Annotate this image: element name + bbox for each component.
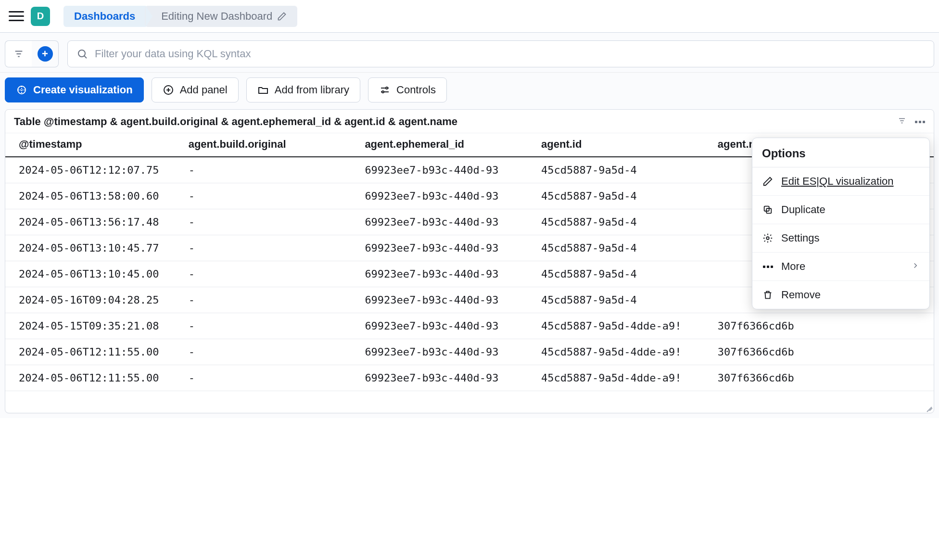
table-cell: - — [182, 261, 358, 287]
popover-settings-label: Settings — [781, 232, 920, 244]
folder-icon — [257, 84, 269, 96]
add-from-library-button[interactable]: Add from library — [246, 77, 360, 102]
filter-row: + — [0, 33, 939, 73]
add-panel-label: Add panel — [180, 84, 228, 96]
toolbar: Create visualization Add panel Add from … — [0, 73, 939, 109]
kql-search-input[interactable] — [95, 48, 925, 60]
hamburger-menu-icon[interactable] — [9, 9, 24, 24]
panel-options-icon[interactable] — [915, 121, 925, 123]
popover-item-duplicate[interactable]: Duplicate — [752, 196, 929, 224]
panel-area: Table @timestamp & agent.build.original … — [0, 109, 939, 418]
plus-circle-icon — [163, 84, 174, 96]
table-cell: 69923ee7-b93c-440d-93 — [358, 313, 534, 339]
svg-point-3 — [386, 87, 388, 89]
table-cell: 2024-05-06T13:10:45.00 — [5, 261, 182, 287]
svg-point-4 — [382, 91, 384, 93]
resize-handle-icon[interactable] — [925, 404, 932, 411]
table-cell: - — [182, 157, 358, 183]
svg-point-0 — [78, 50, 85, 57]
table-cell: 69923ee7-b93c-440d-93 — [358, 365, 534, 391]
table-cell: 307f6366cd6b — [711, 313, 934, 339]
pencil-icon[interactable] — [277, 12, 287, 21]
table-cell: 2024-05-06T12:12:07.75 — [5, 157, 182, 183]
col-header-timestamp[interactable]: @timestamp — [5, 133, 182, 157]
table-row[interactable]: 2024-05-06T12:11:55.00-69923ee7-b93c-440… — [5, 365, 934, 391]
table-cell: 45cd5887-9a5d-4dde-a9! — [534, 313, 711, 339]
table-cell: 69923ee7-b93c-440d-93 — [358, 261, 534, 287]
table-cell: 45cd5887-9a5d-4 — [534, 209, 711, 235]
table-cell: 45cd5887-9a5d-4dde-a9! — [534, 339, 711, 365]
table-cell: 45cd5887-9a5d-4dde-a9! — [534, 365, 711, 391]
table-cell: 45cd5887-9a5d-4 — [534, 261, 711, 287]
table-cell: 45cd5887-9a5d-4 — [534, 157, 711, 183]
popover-more-label: More — [781, 260, 903, 273]
table-cell: 69923ee7-b93c-440d-93 — [358, 287, 534, 313]
add-from-library-label: Add from library — [275, 84, 349, 96]
table-cell: 307f6366cd6b — [711, 339, 934, 365]
panel-actions — [898, 116, 925, 127]
plus-icon: + — [38, 46, 53, 62]
table-cell: - — [182, 287, 358, 313]
table-cell: 45cd5887-9a5d-4 — [534, 183, 711, 209]
popover-item-remove[interactable]: Remove — [752, 281, 929, 309]
table-cell: 2024-05-06T13:58:00.60 — [5, 183, 182, 209]
popover-item-more[interactable]: More — [752, 253, 929, 281]
table-cell: 45cd5887-9a5d-4 — [534, 287, 711, 313]
table-cell: 307f6366cd6b — [711, 365, 934, 391]
table-cell: 45cd5887-9a5d-4 — [534, 235, 711, 261]
table-cell: 2024-05-06T12:11:55.00 — [5, 339, 182, 365]
gear-icon — [762, 233, 774, 243]
table-cell: - — [182, 235, 358, 261]
col-header-build[interactable]: agent.build.original — [182, 133, 358, 157]
avatar[interactable]: D — [31, 7, 50, 26]
search-wrapper — [67, 40, 934, 67]
create-visualization-button[interactable]: Create visualization — [5, 77, 144, 102]
breadcrumb-current: Editing New Dashboard — [145, 6, 297, 27]
table-row[interactable]: 2024-05-06T12:11:55.00-69923ee7-b93c-440… — [5, 339, 934, 365]
table-cell: 2024-05-16T09:04:28.25 — [5, 287, 182, 313]
popover-remove-label: Remove — [781, 289, 920, 301]
col-header-agentid[interactable]: agent.id — [534, 133, 711, 157]
controls-button[interactable]: Controls — [368, 77, 447, 102]
create-visualization-label: Create visualization — [33, 84, 133, 96]
sliders-icon — [379, 84, 391, 96]
add-panel-button[interactable]: Add panel — [152, 77, 239, 102]
col-header-ephemeral[interactable]: agent.ephemeral_id — [358, 133, 534, 157]
svg-point-7 — [766, 237, 769, 240]
app-header: D Dashboards Editing New Dashboard — [0, 0, 939, 33]
visualization-panel: Table @timestamp & agent.build.original … — [5, 109, 934, 413]
table-cell: 2024-05-06T13:10:45.77 — [5, 235, 182, 261]
popover-duplicate-label: Duplicate — [781, 204, 920, 216]
search-icon — [76, 48, 88, 60]
trash-icon — [762, 290, 774, 300]
table-cell: 69923ee7-b93c-440d-93 — [358, 209, 534, 235]
table-cell: - — [182, 183, 358, 209]
breadcrumb-current-label: Editing New Dashboard — [161, 10, 272, 23]
breadcrumb: Dashboards Editing New Dashboard — [63, 6, 297, 27]
pencil-icon — [762, 176, 774, 187]
panel-options-popover: Options Edit ES|QL visualization Duplica… — [752, 138, 930, 309]
table-cell: 2024-05-06T13:56:17.48 — [5, 209, 182, 235]
table-cell: 69923ee7-b93c-440d-93 — [358, 339, 534, 365]
popover-edit-label: Edit ES|QL visualization — [781, 175, 920, 188]
table-cell: - — [182, 365, 358, 391]
table-cell: - — [182, 313, 358, 339]
copy-icon — [762, 204, 774, 215]
breadcrumb-dashboards[interactable]: Dashboards — [63, 6, 146, 27]
table-cell: 69923ee7-b93c-440d-93 — [358, 235, 534, 261]
panel-title: Table @timestamp & agent.build.original … — [14, 115, 457, 128]
popover-item-edit-esql[interactable]: Edit ES|QL visualization — [752, 167, 929, 196]
filter-button[interactable] — [5, 40, 32, 67]
table-cell: - — [182, 209, 358, 235]
table-cell: 2024-05-15T09:35:21.08 — [5, 313, 182, 339]
add-filter-button[interactable]: + — [32, 40, 59, 67]
table-cell: - — [182, 339, 358, 365]
table-row[interactable]: 2024-05-15T09:35:21.08-69923ee7-b93c-440… — [5, 313, 934, 339]
chevron-right-icon — [911, 260, 920, 273]
panel-filter-icon[interactable] — [898, 116, 906, 127]
table-cell: 2024-05-06T12:11:55.00 — [5, 365, 182, 391]
popover-item-settings[interactable]: Settings — [752, 224, 929, 253]
popover-title: Options — [752, 138, 929, 167]
panel-header: Table @timestamp & agent.build.original … — [5, 110, 934, 133]
controls-label: Controls — [396, 84, 436, 96]
